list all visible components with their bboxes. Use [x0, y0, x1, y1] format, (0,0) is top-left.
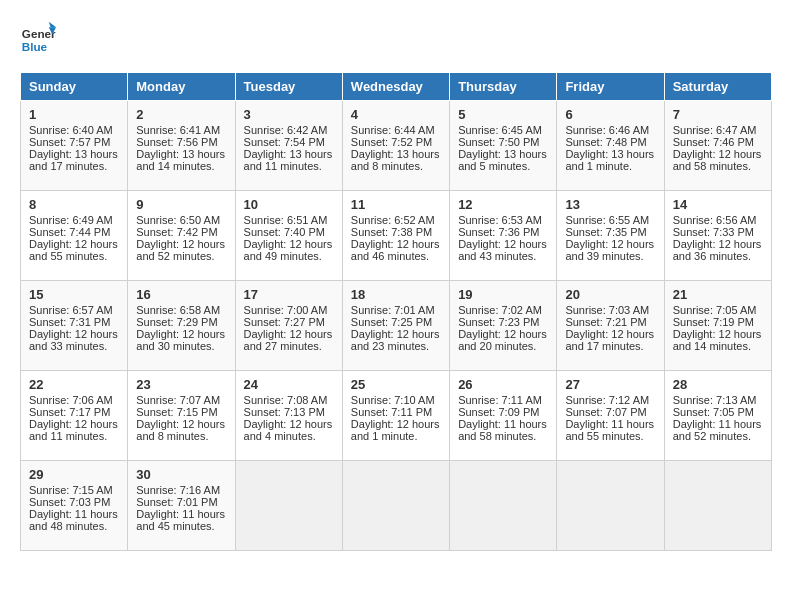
calendar-cell: 13Sunrise: 6:55 AMSunset: 7:35 PMDayligh…	[557, 191, 664, 281]
day-info: Sunset: 7:11 PM	[351, 406, 441, 418]
day-info: Daylight: 12 hours and 55 minutes.	[29, 238, 119, 262]
day-number: 13	[565, 197, 655, 212]
day-info: Sunset: 7:27 PM	[244, 316, 334, 328]
day-info: Sunset: 7:13 PM	[244, 406, 334, 418]
day-info: Sunset: 7:44 PM	[29, 226, 119, 238]
day-info: Sunrise: 6:55 AM	[565, 214, 655, 226]
day-number: 23	[136, 377, 226, 392]
calendar-cell	[450, 461, 557, 551]
day-info: Daylight: 12 hours and 30 minutes.	[136, 328, 226, 352]
calendar-cell: 29Sunrise: 7:15 AMSunset: 7:03 PMDayligh…	[21, 461, 128, 551]
day-number: 27	[565, 377, 655, 392]
day-info: Sunset: 7:54 PM	[244, 136, 334, 148]
day-info: Sunrise: 6:49 AM	[29, 214, 119, 226]
header-row: SundayMondayTuesdayWednesdayThursdayFrid…	[21, 73, 772, 101]
day-number: 24	[244, 377, 334, 392]
day-info: Sunrise: 6:51 AM	[244, 214, 334, 226]
day-info: Sunset: 7:36 PM	[458, 226, 548, 238]
day-info: Sunrise: 6:42 AM	[244, 124, 334, 136]
day-info: Sunrise: 6:45 AM	[458, 124, 548, 136]
calendar-cell: 15Sunrise: 6:57 AMSunset: 7:31 PMDayligh…	[21, 281, 128, 371]
day-info: Sunset: 7:25 PM	[351, 316, 441, 328]
calendar-table: SundayMondayTuesdayWednesdayThursdayFrid…	[20, 72, 772, 551]
calendar-cell: 6Sunrise: 6:46 AMSunset: 7:48 PMDaylight…	[557, 101, 664, 191]
day-info: Sunset: 7:03 PM	[29, 496, 119, 508]
day-info: Sunrise: 6:50 AM	[136, 214, 226, 226]
day-info: Sunrise: 6:57 AM	[29, 304, 119, 316]
calendar-cell: 3Sunrise: 6:42 AMSunset: 7:54 PMDaylight…	[235, 101, 342, 191]
day-info: Sunset: 7:38 PM	[351, 226, 441, 238]
day-number: 30	[136, 467, 226, 482]
day-info: Sunset: 7:56 PM	[136, 136, 226, 148]
day-info: Sunset: 7:17 PM	[29, 406, 119, 418]
week-row-3: 15Sunrise: 6:57 AMSunset: 7:31 PMDayligh…	[21, 281, 772, 371]
day-info: Daylight: 12 hours and 8 minutes.	[136, 418, 226, 442]
day-number: 4	[351, 107, 441, 122]
day-info: Sunrise: 6:46 AM	[565, 124, 655, 136]
day-number: 20	[565, 287, 655, 302]
day-info: Sunrise: 7:08 AM	[244, 394, 334, 406]
day-info: Sunset: 7:48 PM	[565, 136, 655, 148]
day-info: Sunrise: 7:01 AM	[351, 304, 441, 316]
day-number: 25	[351, 377, 441, 392]
day-info: Daylight: 11 hours and 45 minutes.	[136, 508, 226, 532]
day-info: Daylight: 12 hours and 36 minutes.	[673, 238, 763, 262]
calendar-cell: 5Sunrise: 6:45 AMSunset: 7:50 PMDaylight…	[450, 101, 557, 191]
day-info: Sunset: 7:52 PM	[351, 136, 441, 148]
calendar-body: 1Sunrise: 6:40 AMSunset: 7:57 PMDaylight…	[21, 101, 772, 551]
day-info: Daylight: 13 hours and 1 minute.	[565, 148, 655, 172]
header-cell-monday: Monday	[128, 73, 235, 101]
calendar-cell	[557, 461, 664, 551]
day-info: Sunset: 7:01 PM	[136, 496, 226, 508]
day-info: Sunrise: 7:03 AM	[565, 304, 655, 316]
calendar-cell: 27Sunrise: 7:12 AMSunset: 7:07 PMDayligh…	[557, 371, 664, 461]
day-info: Daylight: 11 hours and 55 minutes.	[565, 418, 655, 442]
calendar-cell: 23Sunrise: 7:07 AMSunset: 7:15 PMDayligh…	[128, 371, 235, 461]
logo: General Blue	[20, 20, 62, 56]
calendar-cell: 21Sunrise: 7:05 AMSunset: 7:19 PMDayligh…	[664, 281, 771, 371]
day-number: 3	[244, 107, 334, 122]
calendar-cell: 24Sunrise: 7:08 AMSunset: 7:13 PMDayligh…	[235, 371, 342, 461]
day-info: Sunrise: 7:02 AM	[458, 304, 548, 316]
day-number: 7	[673, 107, 763, 122]
calendar-cell	[664, 461, 771, 551]
day-info: Daylight: 12 hours and 1 minute.	[351, 418, 441, 442]
day-number: 16	[136, 287, 226, 302]
day-info: Sunset: 7:31 PM	[29, 316, 119, 328]
day-info: Daylight: 12 hours and 46 minutes.	[351, 238, 441, 262]
day-number: 12	[458, 197, 548, 212]
day-info: Daylight: 12 hours and 49 minutes.	[244, 238, 334, 262]
calendar-cell: 26Sunrise: 7:11 AMSunset: 7:09 PMDayligh…	[450, 371, 557, 461]
calendar-cell: 30Sunrise: 7:16 AMSunset: 7:01 PMDayligh…	[128, 461, 235, 551]
calendar-cell: 11Sunrise: 6:52 AMSunset: 7:38 PMDayligh…	[342, 191, 449, 281]
day-info: Sunrise: 6:56 AM	[673, 214, 763, 226]
day-number: 21	[673, 287, 763, 302]
day-info: Sunset: 7:19 PM	[673, 316, 763, 328]
day-info: Daylight: 11 hours and 52 minutes.	[673, 418, 763, 442]
calendar-cell: 10Sunrise: 6:51 AMSunset: 7:40 PMDayligh…	[235, 191, 342, 281]
day-number: 5	[458, 107, 548, 122]
header-cell-sunday: Sunday	[21, 73, 128, 101]
calendar-cell: 20Sunrise: 7:03 AMSunset: 7:21 PMDayligh…	[557, 281, 664, 371]
day-info: Daylight: 12 hours and 20 minutes.	[458, 328, 548, 352]
day-number: 6	[565, 107, 655, 122]
day-info: Sunset: 7:35 PM	[565, 226, 655, 238]
day-info: Daylight: 11 hours and 58 minutes.	[458, 418, 548, 442]
calendar-cell: 16Sunrise: 6:58 AMSunset: 7:29 PMDayligh…	[128, 281, 235, 371]
day-info: Sunset: 7:46 PM	[673, 136, 763, 148]
day-info: Sunset: 7:21 PM	[565, 316, 655, 328]
day-number: 28	[673, 377, 763, 392]
page-header: General Blue	[20, 20, 772, 56]
day-info: Sunrise: 7:07 AM	[136, 394, 226, 406]
day-number: 29	[29, 467, 119, 482]
week-row-1: 1Sunrise: 6:40 AMSunset: 7:57 PMDaylight…	[21, 101, 772, 191]
day-info: Sunrise: 7:06 AM	[29, 394, 119, 406]
day-info: Daylight: 12 hours and 23 minutes.	[351, 328, 441, 352]
day-info: Sunrise: 6:58 AM	[136, 304, 226, 316]
header-cell-tuesday: Tuesday	[235, 73, 342, 101]
day-info: Sunrise: 6:41 AM	[136, 124, 226, 136]
header-cell-wednesday: Wednesday	[342, 73, 449, 101]
day-info: Sunrise: 7:13 AM	[673, 394, 763, 406]
day-info: Daylight: 13 hours and 8 minutes.	[351, 148, 441, 172]
day-info: Daylight: 12 hours and 4 minutes.	[244, 418, 334, 442]
